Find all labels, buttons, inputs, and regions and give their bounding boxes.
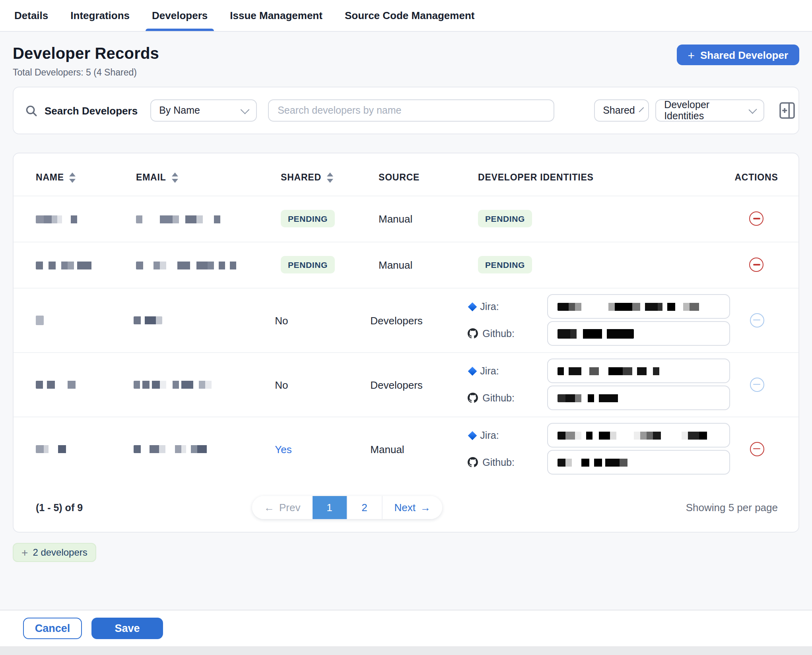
sort-icon[interactable]	[172, 172, 178, 182]
plus-icon: +	[21, 546, 28, 558]
plus-icon: +	[688, 49, 695, 61]
github-identity-input[interactable]	[547, 321, 730, 346]
remove-developer-button[interactable]	[750, 442, 764, 456]
developer-identities-filter-select[interactable]: Developer Identities	[655, 99, 764, 122]
tab-integrations[interactable]: Integrations	[69, 0, 131, 31]
developer-records-page: Details Integrations Developers Issue Ma…	[0, 0, 812, 655]
developer-email-redacted	[134, 377, 275, 391]
github-label: Github:	[482, 392, 515, 403]
remove-developer-button-disabled[interactable]	[750, 377, 764, 391]
developer-email-redacted	[136, 211, 281, 226]
table-row: PENDING Manual PENDING	[14, 241, 798, 287]
table-header-row: NAME EMAIL SHARED SOURCE DEVELOPER IDENT…	[14, 153, 798, 195]
chevron-down-icon	[748, 105, 757, 114]
github-label: Github:	[482, 328, 515, 339]
github-identity-input[interactable]	[547, 450, 730, 475]
add-developers-chip[interactable]: + 2 developers	[13, 543, 96, 562]
remove-developer-button-disabled[interactable]	[750, 313, 764, 327]
pagination-page-1[interactable]: 1	[312, 496, 346, 519]
sort-icon[interactable]	[70, 172, 76, 182]
search-by-value: By Name	[159, 105, 200, 116]
pagination-prev-button[interactable]: ← Prev	[252, 496, 312, 519]
chevron-down-icon	[639, 107, 644, 112]
page-header: Developer Records Total Developers: 5 (4…	[0, 32, 812, 77]
jira-identity-input[interactable]	[547, 423, 730, 448]
developer-name-redacted	[14, 442, 134, 456]
search-developers-label: Search Developers	[45, 105, 138, 116]
column-header-actions: ACTIONS	[728, 173, 784, 182]
jira-identity-row: Jira:	[467, 359, 730, 383]
column-header-email: EMAIL	[136, 172, 281, 182]
tab-developers[interactable]: Developers	[150, 0, 209, 31]
identity-cell: Jira: Github:	[467, 356, 730, 413]
source-value: Manual	[379, 213, 412, 225]
actions-header-label: ACTIONS	[734, 173, 778, 182]
pager: ← Prev 1 2 Next →	[252, 496, 443, 519]
source-value: Manual	[370, 443, 404, 455]
save-button[interactable]: Save	[91, 618, 163, 639]
github-identity-row: Github:	[467, 386, 730, 410]
remove-developer-button[interactable]	[749, 258, 763, 272]
developer-name-redacted	[14, 258, 136, 272]
tab-source-code-management[interactable]: Source Code Management	[343, 0, 476, 31]
next-label: Next	[394, 502, 415, 514]
jira-label: Jira:	[480, 365, 499, 376]
arrow-left-icon: ←	[264, 502, 274, 514]
sort-icon[interactable]	[327, 172, 333, 182]
github-identity-input[interactable]	[547, 386, 730, 410]
email-header-label: EMAIL	[136, 173, 166, 182]
source-value: Developers	[370, 314, 423, 326]
column-header-source: SOURCE	[379, 173, 478, 182]
jira-label: Jira:	[480, 301, 499, 312]
cancel-button[interactable]: Cancel	[23, 618, 82, 639]
add-developers-chip-label: 2 developers	[33, 546, 87, 558]
source-value: Manual	[379, 259, 412, 271]
identity-cell: Jira: Github:	[467, 421, 730, 477]
github-icon	[467, 457, 478, 467]
shared-value: No	[275, 314, 288, 326]
shared-filter-select[interactable]: Shared	[594, 99, 649, 122]
pagination-next-button[interactable]: Next →	[381, 496, 442, 519]
search-by-select[interactable]: By Name	[150, 99, 257, 122]
chevron-down-icon	[241, 105, 250, 114]
developer-identities-filter-value: Developer Identities	[664, 99, 743, 122]
jira-icon	[468, 366, 477, 376]
developer-name-redacted	[14, 211, 136, 226]
column-header-name: NAME	[14, 172, 136, 182]
per-page-text: Showing 5 per page	[443, 502, 798, 514]
github-label: Github:	[482, 457, 515, 468]
developer-email-redacted	[136, 258, 281, 272]
search-input[interactable]	[268, 99, 554, 122]
jira-identity-input[interactable]	[547, 294, 730, 319]
developer-name-redacted	[14, 377, 134, 391]
pagination-bar: (1 - 5) of 9 ← Prev 1 2 Next → Showing 5…	[14, 485, 798, 530]
table-row: No Developers Jira:	[14, 352, 798, 416]
source-header-label: SOURCE	[379, 173, 420, 182]
tab-issue-management[interactable]: Issue Management	[228, 0, 324, 31]
identity-status-badge: PENDING	[478, 256, 532, 273]
developer-email-redacted	[134, 442, 275, 456]
bottom-strip	[0, 646, 812, 655]
shared-header-label: SHARED	[281, 173, 321, 182]
shared-value: Yes	[275, 443, 291, 455]
pagination-range-text: (1 - 5) of 9	[14, 502, 252, 513]
prev-label: Prev	[279, 502, 300, 514]
jira-identity-row: Jira:	[467, 294, 730, 319]
tab-details[interactable]: Details	[13, 0, 50, 31]
search-icon	[25, 105, 37, 116]
shared-developer-button[interactable]: + Shared Developer	[676, 45, 799, 65]
add-column-panel-icon[interactable]	[779, 102, 795, 119]
developer-table: NAME EMAIL SHARED SOURCE DEVELOPER IDENT…	[13, 153, 799, 532]
github-icon	[467, 328, 478, 339]
identity-cell: Jira: Github:	[467, 292, 730, 348]
search-filter-bar: Search Developers By Name Shared Develop…	[13, 87, 799, 134]
jira-identity-input[interactable]	[547, 359, 730, 383]
jira-label: Jira:	[480, 430, 499, 441]
pagination-page-2[interactable]: 2	[346, 496, 381, 519]
shared-developer-button-label: Shared Developer	[700, 49, 788, 61]
page-title: Developer Records	[13, 45, 159, 63]
table-row: No Developers Jira:	[14, 287, 798, 352]
remove-developer-button[interactable]	[749, 211, 763, 226]
arrow-right-icon: →	[420, 502, 431, 514]
name-header-label: NAME	[36, 173, 64, 182]
